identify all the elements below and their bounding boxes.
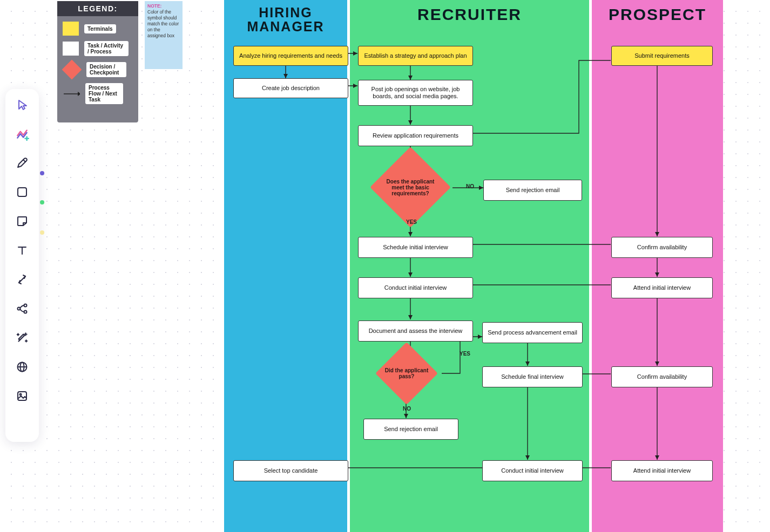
legend-title: LEGEND: [57,1,138,16]
widget-tool[interactable] [14,359,30,375]
image-tool[interactable] [14,388,30,404]
sticky-color-indicator [40,230,44,235]
node-attend-initial-1[interactable]: Attend initial interview [611,277,713,298]
connector-tool[interactable] [14,271,30,288]
mind-map-tool[interactable] [14,301,30,317]
whiteboard-canvas[interactable]: LEGEND: Terminals Task / Activity / Proc… [0,0,770,532]
label-yes-1: YES [406,219,417,225]
legend-decision-label: Decision / Checkpoint [86,62,126,77]
node-post-openings[interactable]: Post job openings on website, job boards… [358,80,473,106]
svg-rect-6 [18,392,26,400]
node-analyze-requirements[interactable]: Analyze hiring requirements and needs [233,46,348,66]
node-attend-initial-2[interactable]: Attend initial interview [611,460,713,481]
text-tool[interactable] [14,242,30,258]
note-body: Color of the symbol should match the col… [147,9,179,38]
sticky-note-tool[interactable] [14,213,30,229]
node-select-candidate[interactable]: Select top candidate [233,460,348,481]
node-confirm-availability-2[interactable]: Confirm availability [611,366,713,387]
note-sticky[interactable]: NOTE: Color of the symbol should match t… [145,1,183,69]
svg-marker-9 [78,92,80,96]
node-schedule-initial[interactable]: Schedule initial interview [358,237,473,258]
legend-flow-swatch [63,91,80,97]
node-conduct-initial[interactable]: Conduct initial interview [358,277,473,298]
node-send-rejection-1[interactable]: Send rejection email [483,180,582,201]
node-document-assess[interactable]: Document and assess the interview [358,320,473,342]
node-schedule-final[interactable]: Schedule final interview [482,366,583,387]
label-no-2: NO [403,406,411,412]
legend-task-swatch [63,42,79,56]
label-yes-2: YES [460,351,470,357]
select-tool[interactable] [14,97,30,113]
shape-tool[interactable] [14,184,30,200]
pen-color-indicator [40,171,44,175]
svg-point-7 [20,394,22,395]
pen-tool[interactable] [14,155,30,171]
label-no-1: NO [466,183,474,189]
svg-rect-0 [18,188,26,196]
legend-flow-label: Process Flow / Next Task [85,83,123,104]
node-confirm-availability-1[interactable]: Confirm availability [611,237,713,258]
node-establish-strategy[interactable]: Establish a strategy and approach plan [358,46,473,66]
legend-decision-swatch [62,60,82,80]
legend-card[interactable]: LEGEND: Terminals Task / Activity / Proc… [57,1,138,122]
node-decision-basic-reqs[interactable]: Does the applicant meet the basic requir… [370,160,451,214]
ai-assist-tool[interactable] [14,126,30,142]
lane-hiring-manager-title: HIRING MANAGER [224,0,347,33]
node-review-requirements[interactable]: Review application requirements [358,125,473,146]
note-title: NOTE: [147,3,161,9]
node-send-advancement[interactable]: Send process advancement email [482,322,583,343]
legend-task-label: Task / Activity / Process [84,41,129,56]
node-send-rejection-2[interactable]: Send rejection email [363,419,458,440]
lane-prospect[interactable]: PROSPECT [592,0,723,532]
effects-tool[interactable] [14,330,30,346]
node-conduct-interview-2[interactable]: Conduct initial interview [482,460,583,481]
node-submit-requirements[interactable]: Submit requirements [611,46,713,66]
node-decision-pass[interactable]: Did the applicant pass? [366,346,447,400]
node-create-job-description[interactable]: Create job description [233,78,348,98]
lane-prospect-title: PROSPECT [592,0,723,24]
shape-color-indicator [40,200,44,204]
left-toolbar [5,89,39,442]
lane-recruiter-title: RECRUITER [350,0,589,24]
legend-terminal-swatch [63,22,79,36]
legend-terminal-label: Terminals [84,24,116,33]
